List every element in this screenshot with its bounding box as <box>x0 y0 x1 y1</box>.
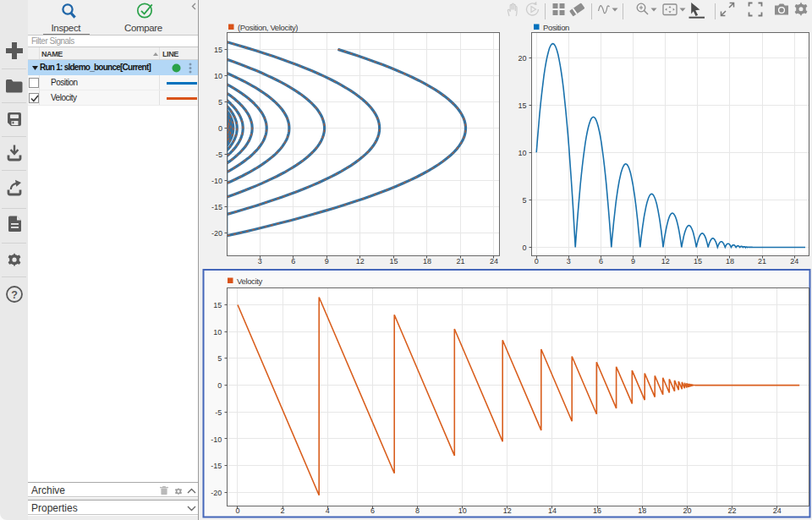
svg-text:24: 24 <box>790 257 798 265</box>
svg-text:15: 15 <box>694 257 702 265</box>
svg-text:18: 18 <box>423 257 431 265</box>
svg-text:12: 12 <box>503 506 512 515</box>
svg-text:4: 4 <box>326 506 330 515</box>
svg-text:-15: -15 <box>211 203 222 211</box>
svg-text:(Position, Velocity): (Position, Velocity) <box>238 23 298 32</box>
svg-text:18: 18 <box>726 257 734 265</box>
svg-text:6: 6 <box>599 257 603 265</box>
svg-text:15: 15 <box>389 257 398 265</box>
svg-text:0: 0 <box>522 244 526 252</box>
svg-text:0: 0 <box>217 381 222 390</box>
svg-text:18: 18 <box>638 506 646 515</box>
svg-text:10: 10 <box>518 149 526 157</box>
svg-text:Velocity: Velocity <box>237 276 263 286</box>
svg-text:5: 5 <box>218 98 222 107</box>
svg-text:6: 6 <box>370 506 375 515</box>
svg-text:10: 10 <box>214 72 222 80</box>
svg-text:0: 0 <box>218 124 222 133</box>
svg-text:24: 24 <box>490 257 498 265</box>
svg-text:?: ? <box>11 289 18 301</box>
svg-text:22: 22 <box>727 506 736 515</box>
svg-text:-20: -20 <box>211 489 222 497</box>
svg-text:Position: Position <box>543 23 569 32</box>
svg-text:-10: -10 <box>211 435 222 444</box>
svg-text:20: 20 <box>683 506 691 515</box>
svg-text:-20: -20 <box>211 229 222 238</box>
svg-text:6: 6 <box>291 257 295 265</box>
svg-text:14: 14 <box>548 506 557 515</box>
svg-text:8: 8 <box>415 506 420 515</box>
svg-text:5: 5 <box>217 354 222 363</box>
svg-text:3: 3 <box>258 257 262 265</box>
svg-text:9: 9 <box>631 257 635 265</box>
svg-text:-5: -5 <box>215 408 222 417</box>
svg-text:12: 12 <box>356 257 365 265</box>
svg-text:16: 16 <box>593 506 601 515</box>
svg-text:10: 10 <box>213 328 222 337</box>
svg-text:-10: -10 <box>211 177 222 185</box>
svg-text:2: 2 <box>281 506 285 515</box>
svg-text:20: 20 <box>518 54 526 63</box>
svg-text:9: 9 <box>325 257 329 265</box>
svg-text:12: 12 <box>661 257 670 265</box>
svg-text:0: 0 <box>535 257 539 265</box>
svg-text:15: 15 <box>214 46 222 54</box>
svg-text:15: 15 <box>213 301 222 309</box>
svg-text:21: 21 <box>758 257 766 265</box>
svg-text:0: 0 <box>235 506 239 515</box>
svg-text:-15: -15 <box>211 462 222 470</box>
svg-text:3: 3 <box>567 257 571 265</box>
svg-text:5: 5 <box>522 196 526 205</box>
svg-text:24: 24 <box>773 506 782 515</box>
svg-text:10: 10 <box>458 506 467 515</box>
svg-text:21: 21 <box>456 257 464 265</box>
svg-text:15: 15 <box>518 101 526 110</box>
svg-text:-5: -5 <box>216 151 222 159</box>
